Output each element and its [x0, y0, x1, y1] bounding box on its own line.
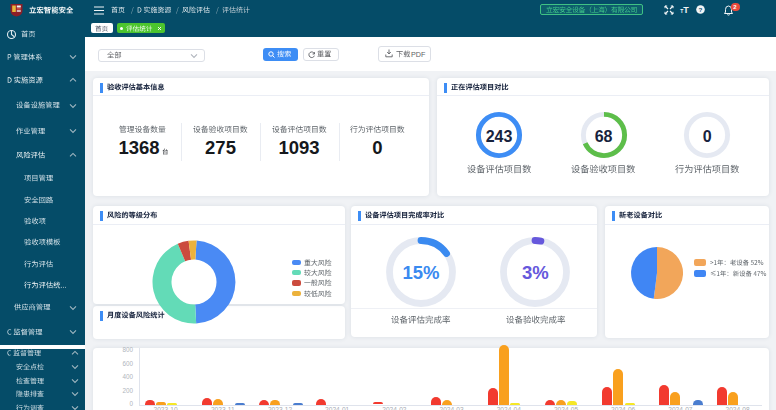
svg-text:?: ? [699, 6, 703, 13]
